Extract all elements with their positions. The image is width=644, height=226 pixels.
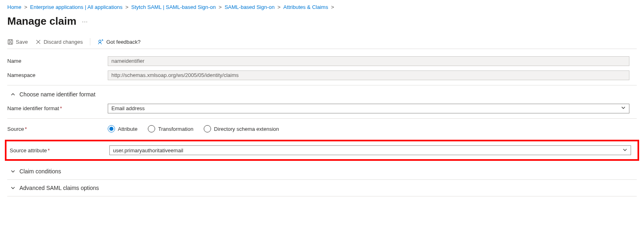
save-button[interactable]: Save [7, 39, 28, 45]
source-radio-directory-ext[interactable]: Directory schema extension [204, 125, 279, 132]
breadcrumb-sep: > [218, 4, 223, 10]
svg-rect-0 [8, 39, 13, 44]
breadcrumb-home[interactable]: Home [7, 4, 21, 10]
breadcrumb-sep: > [23, 4, 29, 10]
section-claim-conditions-label: Claim conditions [19, 168, 61, 175]
radio-icon [108, 125, 115, 132]
name-label: Name [7, 58, 108, 64]
breadcrumb: Home > Enterprise applications | All app… [7, 4, 637, 10]
svg-point-1 [99, 40, 101, 42]
source-attribute-row-highlight: Source attribute* user.primaryauthoritat… [5, 140, 639, 161]
discard-label: Discard changes [44, 39, 83, 45]
chevron-down-icon [618, 105, 629, 111]
source-attribute-label: Source attribute* [9, 147, 109, 154]
discard-button[interactable]: Discard changes [35, 39, 83, 45]
namespace-label: Namespace [7, 72, 108, 78]
breadcrumb-enterprise-apps[interactable]: Enterprise applications | All applicatio… [30, 4, 122, 10]
source-label: Source* [7, 126, 108, 132]
radio-icon [148, 125, 155, 132]
source-radio-group: Attribute Transformation Directory schem… [108, 125, 629, 132]
breadcrumb-sep: > [124, 4, 130, 10]
section-advanced-saml[interactable]: Advanced SAML claims options [7, 180, 637, 196]
source-attribute-value: user.primaryauthoritativeemail [110, 147, 619, 154]
breadcrumb-sep: > [276, 4, 282, 10]
save-label: Save [16, 39, 28, 45]
breadcrumb-stytch-saml[interactable]: Stytch SAML | SAML-based Sign-on [131, 4, 216, 10]
chevron-down-icon [11, 169, 15, 174]
chevron-up-icon [11, 92, 15, 97]
radio-icon [204, 125, 211, 132]
section-choose-nid-format[interactable]: Choose name identifier format [7, 86, 637, 102]
chevron-down-icon [619, 147, 631, 154]
chevron-down-icon [11, 185, 15, 190]
section-claim-conditions[interactable]: Claim conditions [7, 163, 637, 180]
nid-format-select[interactable]: Email address [108, 104, 629, 113]
breadcrumb-sep: > [330, 4, 335, 10]
feedback-button[interactable]: Got feedback? [98, 39, 141, 45]
source-radio-directory-ext-label: Directory schema extension [214, 126, 279, 132]
name-input [108, 56, 629, 66]
toolbar: Save Discard changes Got feedback? [7, 38, 637, 49]
feedback-icon [98, 39, 104, 45]
feedback-label: Got feedback? [106, 39, 141, 45]
source-radio-transformation[interactable]: Transformation [148, 125, 193, 132]
page-title: Manage claim [7, 15, 77, 28]
source-attribute-select[interactable]: user.primaryauthoritativeemail [109, 145, 631, 155]
section-choose-nid-format-label: Choose name identifier format [19, 91, 96, 98]
breadcrumb-attributes-claims[interactable]: Attributes & Claims [284, 4, 328, 10]
source-radio-transformation-label: Transformation [158, 126, 193, 132]
more-actions-button[interactable]: ··· [82, 18, 88, 25]
close-icon [35, 39, 41, 45]
save-icon [7, 39, 13, 45]
namespace-input [108, 70, 629, 80]
source-radio-attribute-label: Attribute [118, 126, 137, 132]
breadcrumb-saml-signon[interactable]: SAML-based Sign-on [224, 4, 275, 10]
toolbar-separator [90, 38, 90, 45]
section-advanced-saml-label: Advanced SAML claims options [19, 185, 99, 191]
nid-format-label: Name identifier format* [7, 105, 108, 111]
nid-format-value: Email address [108, 105, 618, 111]
source-radio-attribute[interactable]: Attribute [108, 125, 137, 132]
